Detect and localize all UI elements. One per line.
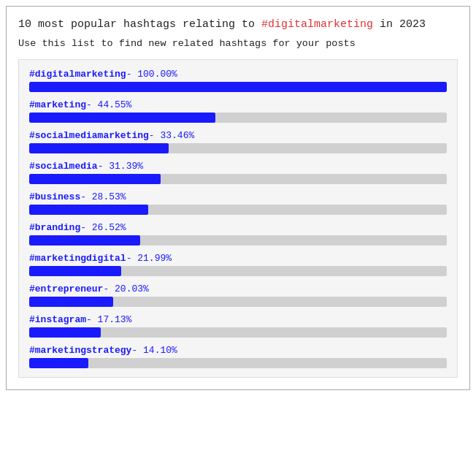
bar-track [29,235,447,245]
main-container: 10 most popular hashtags relating to #di… [6,6,470,390]
bar-item: #marketing- 44.55% [29,99,447,123]
chart-area: #digitalmarketing- 100.00%#marketing- 44… [18,59,458,378]
percent-text: - 31.39% [98,161,143,172]
bar-track [29,82,447,92]
hashtag-text: #marketingdigital [29,253,126,264]
bar-item: #marketingstrategy- 14.10% [29,345,447,368]
bar-label: #marketingstrategy- 14.10% [29,345,447,356]
hashtag-text: #digitalmarketing [29,69,126,80]
bar-track [29,327,447,338]
hashtag-text: #branding [29,222,80,233]
hashtag-text: #marketing [29,99,86,110]
bar-fill [29,327,101,338]
bar-fill [29,266,121,276]
page-title: 10 most popular hashtags relating to #di… [18,17,458,34]
bar-item: #marketingdigital- 21.99% [29,253,447,276]
bar-item: #entrepreneur- 20.03% [29,283,447,307]
hashtag-text: #marketingstrategy [29,345,131,356]
bar-item: #socialmediamarketing- 33.46% [29,130,447,153]
hashtag-text: #business [29,191,80,202]
bar-label: #socialmediamarketing- 33.46% [29,130,447,141]
bar-track [29,174,447,184]
bar-item: #instagram- 17.13% [29,314,447,338]
bar-item: #digitalmarketing- 100.00% [29,69,447,92]
bar-label: #marketingdigital- 21.99% [29,253,447,264]
percent-text: - 100.00% [126,69,177,80]
bar-track [29,113,447,123]
bar-label: #instagram- 17.13% [29,314,447,325]
percent-text: - 44.55% [86,99,131,110]
hashtag-text: #socialmediamarketing [29,130,149,141]
bar-fill [29,235,140,245]
percent-text: - 14.10% [131,345,177,356]
bar-track [29,205,447,215]
bar-fill [29,174,161,184]
hashtag-text: #entrepreneur [29,283,103,294]
bar-item: #business- 28.53% [29,191,447,215]
hashtag-text: #instagram [29,314,86,325]
bar-label: #digitalmarketing- 100.00% [29,69,447,80]
percent-text: - 26.52% [80,222,126,233]
bar-fill [29,82,447,92]
bar-label: #entrepreneur- 20.03% [29,283,447,294]
bar-fill [29,205,148,215]
bar-item: #socialmedia- 31.39% [29,161,447,184]
percent-text: - 33.46% [149,130,194,141]
subtitle: Use this list to find new related hashta… [18,38,458,49]
bar-label: #marketing- 44.55% [29,99,447,110]
bar-label: #branding- 26.52% [29,222,447,233]
bar-fill [29,143,169,153]
bar-label: #socialmedia- 31.39% [29,161,447,172]
percent-text: - 21.99% [126,253,172,264]
hashtag-text: #socialmedia [29,161,98,172]
bar-fill [29,297,113,307]
percent-text: - 17.13% [86,314,131,325]
percent-text: - 28.53% [80,191,126,202]
bar-fill [29,358,88,368]
bar-fill [29,113,215,123]
bar-track [29,266,447,276]
bar-track [29,143,447,153]
bar-item: #branding- 26.52% [29,222,447,245]
bar-track [29,358,447,368]
percent-text: - 20.03% [103,283,148,294]
bar-label: #business- 28.53% [29,191,447,202]
bar-track [29,297,447,307]
highlight-hashtag: #digitalmarketing [261,18,373,31]
